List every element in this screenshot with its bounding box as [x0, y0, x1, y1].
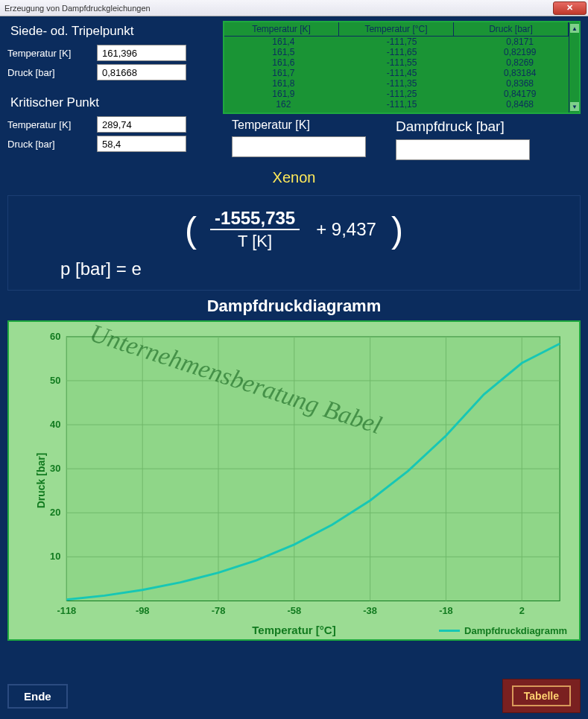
- app-body: Siede- od. Tripelpunkt Temperatur [K] Dr…: [0, 16, 588, 719]
- table-row[interactable]: 161,4-111,750,8171: [224, 37, 579, 47]
- table-row[interactable]: 161,6-111,550,8269: [224, 57, 579, 68]
- boiling-heading: Siede- od. Tripelpunkt: [10, 24, 217, 39]
- close-button[interactable]: ✕: [553, 1, 587, 15]
- svg-text:60: 60: [50, 331, 60, 342]
- legend-line-icon: [439, 630, 460, 632]
- chart-svg: 102030405060-118-98-78-58-38-182: [9, 322, 579, 639]
- table-row[interactable]: 161,7-111,450,83184: [224, 68, 579, 78]
- calc-press-input[interactable]: [396, 139, 530, 160]
- formula-numerator: -1555,735: [210, 208, 300, 230]
- critical-temp-label: Temperatur [K]: [7, 119, 97, 130]
- end-button[interactable]: Ende: [7, 684, 68, 709]
- chart-ylabel: Druck [bar]: [35, 453, 47, 509]
- grid-header-p[interactable]: Druck [bar]: [454, 22, 569, 36]
- window-titlebar: Erzeugung von Dampfdruckgleichungen ✕: [0, 0, 588, 16]
- boiling-press-input[interactable]: [97, 64, 186, 80]
- grid-header-tc[interactable]: Temperatur [°C]: [339, 22, 454, 36]
- data-grid[interactable]: Temperatur [K] Temperatur [°C] Druck [ba…: [223, 21, 581, 114]
- boiling-press-label: Druck [bar]: [7, 67, 97, 78]
- grid-scrollbar[interactable]: ▲ ▼: [569, 22, 579, 113]
- svg-text:30: 30: [50, 463, 60, 474]
- formula-denominator: T [K]: [238, 230, 272, 251]
- svg-text:40: 40: [50, 419, 60, 430]
- paren-open-icon: (: [179, 209, 203, 250]
- table-row[interactable]: 161,8-111,350,8368: [224, 78, 579, 89]
- calc-press-label: Dampfdruck [bar]: [396, 118, 530, 135]
- formula-constant: + 9,437: [316, 219, 376, 240]
- svg-text:-38: -38: [363, 605, 377, 616]
- critical-heading: Kritischer Punkt: [10, 95, 217, 110]
- boiling-temp-input[interactable]: [97, 45, 186, 61]
- svg-text:10: 10: [50, 551, 60, 562]
- window-title: Erzeugung von Dampfdruckgleichungen: [4, 4, 151, 13]
- svg-text:2: 2: [519, 605, 525, 616]
- critical-press-label: Druck [bar]: [7, 139, 97, 150]
- svg-text:-98: -98: [136, 605, 150, 616]
- formula-lhs: p [bar] = e: [60, 259, 142, 279]
- svg-text:50: 50: [50, 375, 60, 386]
- chart-xlabel: Temperatur [°C]: [252, 624, 335, 636]
- svg-text:-18: -18: [439, 605, 453, 616]
- close-icon: ✕: [566, 3, 573, 13]
- table-row[interactable]: 161,5-111,650,82199: [224, 47, 579, 57]
- grid-header-tk[interactable]: Temperatur [K]: [224, 22, 339, 36]
- svg-text:20: 20: [50, 507, 60, 518]
- table-row[interactable]: 162-111,150,8468: [224, 99, 579, 110]
- paren-close-icon: ): [385, 209, 409, 250]
- chart-legend-label: Dampfdruckdiagramm: [464, 625, 567, 636]
- critical-press-input[interactable]: [97, 136, 186, 152]
- formula-panel: ( -1555,735 T [K] + 9,437 ) p [bar] = e: [7, 195, 581, 291]
- calc-temp-input[interactable]: [232, 136, 366, 157]
- critical-temp-input[interactable]: [97, 116, 186, 133]
- chart-legend: Dampfdruckdiagramm: [439, 625, 567, 636]
- table-button-panel: Tabelle: [502, 679, 581, 713]
- scroll-up-icon[interactable]: ▲: [570, 24, 579, 33]
- boiling-temp-label: Temperatur [K]: [7, 48, 97, 59]
- svg-text:-118: -118: [57, 605, 76, 616]
- calc-temp-label: Temperatur [K]: [232, 118, 366, 132]
- svg-text:-58: -58: [288, 605, 302, 616]
- scroll-down-icon[interactable]: ▼: [570, 102, 579, 111]
- chart-title: Dampfdruckdiagramm: [7, 297, 581, 316]
- table-row[interactable]: 161,9-111,250,84179: [224, 89, 579, 99]
- substance-name: Xenon: [7, 169, 581, 186]
- chart-area: Druck [bar] Unternehmensberatung Babel 1…: [7, 320, 581, 641]
- table-button[interactable]: Tabelle: [512, 685, 571, 706]
- svg-text:-78: -78: [212, 605, 226, 616]
